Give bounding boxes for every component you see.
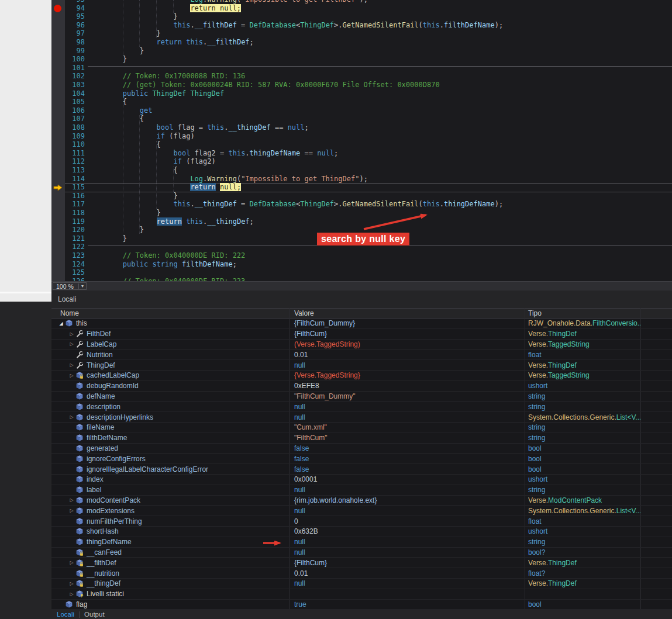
variable-value[interactable]: false bbox=[294, 464, 309, 474]
column-header-value[interactable]: Valore bbox=[294, 309, 314, 317]
expander-icon[interactable]: ▷ bbox=[68, 581, 75, 586]
locals-row[interactable]: ▷descriptionHyperlinksnullSystem.Collect… bbox=[51, 412, 672, 423]
variable-value[interactable]: 0 bbox=[294, 516, 298, 526]
locals-row[interactable]: index0x0001ushort bbox=[51, 475, 672, 485]
variable-value[interactable]: {FilthCum} bbox=[294, 558, 327, 568]
variable-name: cachedLabelCap bbox=[87, 371, 139, 379]
code-line-112: if (flag2) bbox=[89, 157, 672, 166]
locals-row[interactable]: ignoreIllegalLabelCharacterConfigErrorfa… bbox=[51, 464, 672, 475]
cube-icon bbox=[75, 475, 85, 483]
variable-value[interactable]: null bbox=[294, 548, 305, 558]
variable-type: Verse.ThingDef bbox=[528, 360, 640, 370]
expander-icon[interactable]: ▷ bbox=[68, 592, 75, 597]
variable-value[interactable]: null bbox=[294, 537, 305, 547]
column-header-name[interactable]: Nome bbox=[60, 309, 79, 317]
variable-value[interactable]: {Verse.TaggedString} bbox=[294, 371, 360, 381]
variable-value[interactable]: 0.01 bbox=[294, 568, 308, 578]
name-cell: __canFeed bbox=[51, 548, 306, 558]
variable-value[interactable]: null bbox=[294, 412, 305, 422]
locals-row[interactable]: flagtruebool bbox=[51, 600, 672, 610]
locals-row[interactable]: ▷modExtensionsnullSystem.Collections.Gen… bbox=[51, 506, 672, 516]
locals-row[interactable]: ▷modContentPack{rim.job.world.onahole.ex… bbox=[51, 496, 672, 506]
tab-locals[interactable]: Locali bbox=[52, 611, 79, 618]
expander-icon[interactable]: ▷ bbox=[68, 497, 75, 503]
locals-row[interactable]: debugRandomId0xEFE8ushort bbox=[51, 381, 672, 392]
tab-output[interactable]: Output bbox=[80, 611, 109, 618]
locals-row[interactable]: defName"FilthCum_Dummy"string bbox=[51, 392, 672, 402]
variable-value[interactable]: {rim.job.world.onahole.ext} bbox=[294, 496, 377, 506]
variable-value[interactable]: false bbox=[294, 454, 309, 464]
expander-icon[interactable]: ▷ bbox=[68, 362, 75, 368]
locals-row[interactable]: ▷LabelCap(Verse.TaggedString)Verse.Tagge… bbox=[51, 340, 672, 350]
expander-icon[interactable]: ◢ bbox=[57, 321, 65, 326]
variable-value[interactable]: false bbox=[294, 444, 309, 454]
variable-value[interactable]: {FilthCum_Dummy} bbox=[294, 319, 355, 328]
expander-icon[interactable]: ▷ bbox=[68, 341, 75, 347]
code-line-107: { bbox=[89, 115, 672, 123]
variable-type: string bbox=[528, 485, 640, 495]
variable-name: LabelCap bbox=[87, 340, 116, 348]
code-line-100: } bbox=[89, 55, 672, 64]
variable-name: Nutrition bbox=[87, 351, 113, 359]
variable-value[interactable]: null bbox=[294, 506, 305, 516]
locals-row[interactable]: ▷ThingDefnullVerse.ThingDef bbox=[51, 360, 672, 371]
breakpoint-margin[interactable] bbox=[51, 0, 65, 281]
variable-type: float bbox=[528, 516, 640, 526]
locals-row[interactable]: __nutrition0.01float? bbox=[51, 568, 672, 579]
variable-name: ignoreConfigErrors bbox=[87, 455, 146, 463]
breakpoint-icon[interactable] bbox=[54, 5, 61, 12]
locals-row[interactable]: ◢this{FilthCum_Dummy}RJW_Onahole.Data.Fi… bbox=[51, 319, 672, 329]
locals-row[interactable]: shortHash0x632Bushort bbox=[51, 527, 672, 537]
code-line-125 bbox=[89, 268, 672, 277]
variable-value[interactable]: (Verse.TaggedString) bbox=[294, 340, 360, 350]
locals-row[interactable]: ▷FilthDef{FilthCum}Verse.ThingDef bbox=[51, 329, 672, 340]
locals-grid-body[interactable]: ◢this{FilthCum_Dummy}RJW_Onahole.Data.Fi… bbox=[51, 319, 672, 610]
variable-value[interactable]: 0x632B bbox=[294, 527, 318, 537]
variable-value[interactable]: 0x0001 bbox=[294, 475, 317, 485]
locals-row[interactable]: __canFeednullbool? bbox=[51, 548, 672, 558]
name-cell: ignoreIllegalLabelCharacterConfigError bbox=[51, 464, 306, 474]
locals-row[interactable]: ▷Livelli statici bbox=[51, 589, 672, 600]
locals-row[interactable]: filthDefName"FilthCum"string bbox=[51, 433, 672, 444]
variable-value[interactable]: "FilthCum_Dummy" bbox=[294, 392, 356, 402]
variable-value[interactable]: null bbox=[294, 402, 305, 411]
locals-row[interactable]: Nutrition0.01float bbox=[51, 350, 672, 360]
locals-row[interactable]: thingDefNamenullstring bbox=[51, 537, 672, 548]
expander-icon[interactable]: ▷ bbox=[68, 508, 75, 513]
line-number: 123 bbox=[65, 251, 85, 260]
name-cell: description bbox=[51, 402, 306, 411]
variable-value[interactable]: null bbox=[294, 360, 305, 370]
variable-value[interactable]: "FilthCum" bbox=[294, 433, 328, 443]
locals-row[interactable]: fileName"Cum.xml"string bbox=[51, 423, 672, 433]
variable-name: label bbox=[87, 486, 101, 494]
locals-row[interactable]: ignoreConfigErrorsfalsebool bbox=[51, 454, 672, 464]
line-number: 108 bbox=[65, 123, 85, 132]
locals-row[interactable]: numFilthPerThing0float bbox=[51, 516, 672, 527]
locals-row[interactable]: ▷__thingDefnullVerse.ThingDef bbox=[51, 579, 672, 589]
locals-row[interactable]: descriptionnullstring bbox=[51, 402, 672, 412]
line-number: 114 bbox=[65, 175, 85, 184]
locals-panel: Locali Nome Valore Tipo ◢this{FilthCum_D… bbox=[51, 291, 672, 610]
variable-value[interactable]: null bbox=[294, 579, 305, 589]
expander-icon[interactable]: ▷ bbox=[68, 560, 75, 565]
expander-icon[interactable]: ▷ bbox=[68, 414, 75, 420]
locals-row[interactable]: ▷cachedLabelCap{Verse.TaggedString}Verse… bbox=[51, 371, 672, 381]
variable-value[interactable]: "Cum.xml" bbox=[294, 423, 327, 433]
variable-value[interactable]: 0xEFE8 bbox=[294, 381, 319, 391]
name-cell: thingDefName bbox=[51, 537, 306, 547]
variable-value[interactable]: true bbox=[294, 600, 306, 610]
expander-icon[interactable]: ▷ bbox=[68, 331, 75, 337]
zoom-level-select[interactable]: 100 % ▾ bbox=[53, 282, 87, 290]
variable-value[interactable]: null bbox=[294, 485, 305, 495]
variable-value[interactable]: 0.01 bbox=[294, 350, 308, 359]
variable-name: defName bbox=[87, 392, 115, 400]
cube-icon bbox=[75, 486, 85, 494]
locals-row[interactable]: labelnullstring bbox=[51, 485, 672, 496]
code-line-96: this.__filthDef = DefDatabase<ThingDef>.… bbox=[89, 21, 672, 30]
code-line-114: Log.Warning("Impossible to get ThingDef"… bbox=[89, 175, 672, 184]
column-header-type[interactable]: Tipo bbox=[528, 309, 542, 317]
variable-value[interactable]: {FilthCum} bbox=[294, 329, 327, 339]
locals-row[interactable]: ▷__filthDef{FilthCum}Verse.ThingDef bbox=[51, 558, 672, 568]
expander-icon[interactable]: ▷ bbox=[68, 373, 75, 378]
locals-row[interactable]: generatedfalsebool bbox=[51, 444, 672, 454]
